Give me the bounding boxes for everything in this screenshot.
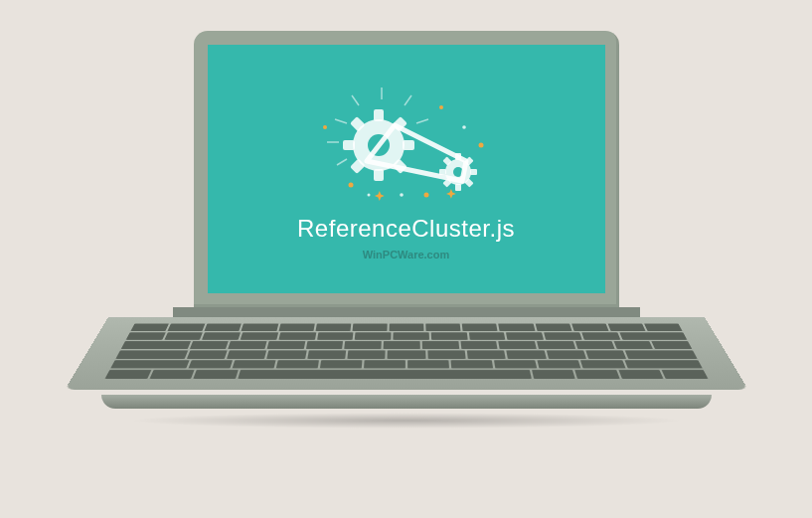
laptop-keyboard xyxy=(65,317,747,390)
svg-line-3 xyxy=(335,119,347,123)
svg-line-1 xyxy=(352,95,359,105)
laptop-hinge xyxy=(173,307,640,317)
svg-rect-19 xyxy=(455,184,461,191)
svg-line-4 xyxy=(416,119,428,123)
svg-rect-10 xyxy=(343,140,355,150)
svg-point-33 xyxy=(462,125,466,129)
svg-rect-8 xyxy=(374,109,384,121)
svg-point-30 xyxy=(323,125,327,129)
laptop-screen: ReferenceCluster.js WinPCWare.com xyxy=(208,45,605,293)
svg-point-34 xyxy=(367,193,370,196)
keys-grid xyxy=(104,323,708,378)
svg-line-2 xyxy=(405,95,411,105)
svg-point-27 xyxy=(348,182,353,187)
gears-graphic xyxy=(307,78,506,207)
svg-point-32 xyxy=(400,193,404,197)
laptop-keyboard-deck xyxy=(108,317,705,436)
svg-point-29 xyxy=(478,142,483,147)
laptop-illustration: ReferenceCluster.js WinPCWare.com xyxy=(98,31,715,488)
filename-label: ReferenceCluster.js xyxy=(297,215,515,243)
svg-rect-9 xyxy=(374,169,384,181)
svg-point-28 xyxy=(423,192,428,197)
svg-rect-11 xyxy=(403,140,414,150)
svg-line-5 xyxy=(337,159,347,165)
laptop-screen-frame: ReferenceCluster.js WinPCWare.com xyxy=(194,31,619,307)
watermark-label: WinPCWare.com xyxy=(363,249,450,260)
svg-point-31 xyxy=(439,105,443,109)
svg-rect-21 xyxy=(470,169,477,175)
